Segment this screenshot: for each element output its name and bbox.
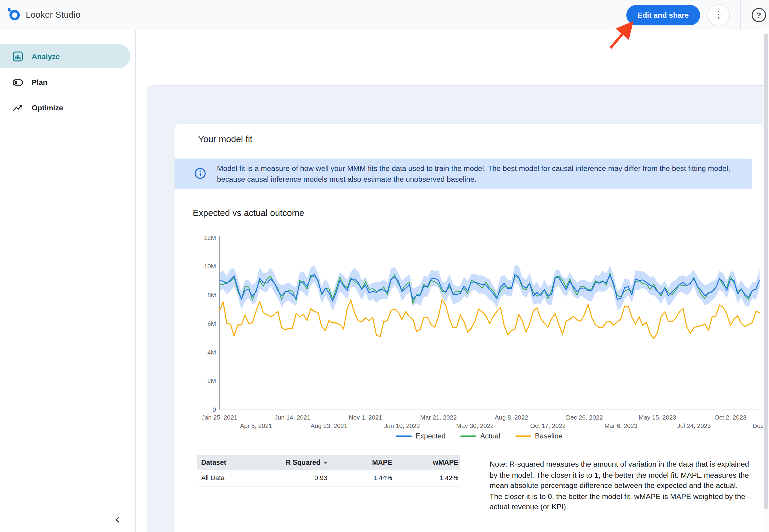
- help-button[interactable]: ?: [752, 8, 766, 22]
- sort-desc-icon: [323, 462, 327, 464]
- svg-text:12M: 12M: [204, 234, 216, 241]
- svg-text:10M: 10M: [204, 263, 216, 270]
- report-canvas: Your model fit Model fit is a measure of…: [147, 86, 763, 532]
- info-banner: Model fit is a measure of how well your …: [175, 159, 752, 189]
- svg-text:May 15, 2023: May 15, 2023: [639, 414, 676, 421]
- chart-section-title: Expected vs actual outcome: [193, 208, 304, 219]
- more-vert-icon: ⋮: [714, 9, 723, 20]
- chart-legend: ExpectedActualBaseline: [194, 432, 763, 440]
- sidebar-item-analyze[interactable]: Analyze: [0, 44, 130, 68]
- legend-label: Baseline: [535, 432, 563, 440]
- svg-text:Nov 1, 2021: Nov 1, 2021: [349, 414, 382, 421]
- collapse-sidebar-button[interactable]: [112, 513, 124, 526]
- svg-text:2M: 2M: [208, 377, 216, 384]
- svg-text:Jun 14, 2021: Jun 14, 2021: [275, 414, 310, 421]
- looker-studio-viewer: Looker Studio Edit and share ⋮ ? Analy: [0, 0, 769, 532]
- legend-item-expected[interactable]: Expected: [396, 432, 446, 440]
- table-row: All Data 0.93 1.44% 1.42%: [197, 470, 460, 486]
- trending-up-icon: [12, 102, 23, 113]
- legend-swatch-icon: [396, 435, 412, 437]
- expected-vs-actual-chart: 12M10M8M6M4M2M0Jan 25, 2021Apr 5, 2021Ju…: [194, 230, 763, 431]
- more-options-button[interactable]: ⋮: [708, 4, 730, 26]
- edit-and-share-button[interactable]: Edit and share: [626, 5, 700, 25]
- info-icon: [194, 167, 206, 179]
- info-banner-text: Model fit is a measure of how well your …: [217, 163, 741, 185]
- svg-text:Jan 10, 2022: Jan 10, 2022: [384, 422, 420, 429]
- cell-r-squared: 0.93: [279, 470, 329, 486]
- toggle-icon: [12, 76, 23, 87]
- sidebar-item-label: Plan: [32, 78, 47, 86]
- column-header-r-squared[interactable]: R Squared: [279, 455, 329, 470]
- sidebar-item-optimize[interactable]: Optimize: [0, 96, 130, 120]
- legend-item-baseline[interactable]: Baseline: [515, 432, 562, 440]
- top-bar: Looker Studio Edit and share ⋮ ?: [0, 0, 769, 30]
- cell-mape: 1.44%: [329, 470, 393, 486]
- sidebar-item-label: Analyze: [32, 52, 60, 60]
- legend-swatch-icon: [515, 435, 531, 437]
- cell-dataset: All Data: [197, 470, 279, 486]
- topbar-divider: [740, 0, 741, 30]
- svg-text:Oct 17, 2022: Oct 17, 2022: [530, 422, 566, 429]
- svg-text:May 30, 2022: May 30, 2022: [456, 422, 494, 429]
- svg-text:Dec: Dec: [753, 422, 763, 429]
- svg-text:Mar 6, 2023: Mar 6, 2023: [604, 422, 637, 429]
- svg-text:4M: 4M: [208, 349, 216, 356]
- sidebar-item-plan[interactable]: Plan: [0, 70, 130, 94]
- vertical-scrollbar: [763, 30, 769, 532]
- looker-studio-logo-icon: [7, 7, 21, 23]
- svg-text:Aug 23, 2021: Aug 23, 2021: [310, 422, 347, 429]
- svg-text:6M: 6M: [208, 320, 216, 327]
- legend-swatch-icon: [460, 435, 476, 437]
- line-chart-svg: 12M10M8M6M4M2M0Jan 25, 2021Apr 5, 2021Ju…: [194, 230, 763, 431]
- svg-text:Oct 2, 2023: Oct 2, 2023: [714, 414, 747, 421]
- legend-label: Expected: [416, 432, 446, 440]
- svg-text:Apr 5, 2021: Apr 5, 2021: [240, 422, 272, 429]
- topbar-actions: Edit and share ⋮ ?: [626, 0, 769, 30]
- nav-menu: Analyze Plan Optimize: [0, 30, 135, 120]
- left-sidebar: Analyze Plan Optimize: [0, 30, 136, 532]
- svg-text:Aug 8, 2022: Aug 8, 2022: [495, 414, 528, 421]
- column-header-dataset[interactable]: Dataset: [197, 455, 279, 470]
- app-title: Looker Studio: [26, 10, 81, 20]
- svg-text:Jul 24, 2023: Jul 24, 2023: [677, 422, 711, 429]
- legend-label: Actual: [480, 432, 500, 440]
- chevron-left-icon: [115, 516, 121, 523]
- svg-text:Jan 25, 2021: Jan 25, 2021: [202, 414, 237, 421]
- legend-item-actual[interactable]: Actual: [460, 432, 500, 440]
- header-divider: [153, 85, 763, 86]
- model-fit-card: Your model fit Model fit is a measure of…: [175, 124, 763, 532]
- analyze-chart-icon: [12, 51, 23, 61]
- card-title: Your model fit: [198, 134, 253, 145]
- svg-text:Mar 21, 2022: Mar 21, 2022: [420, 414, 457, 421]
- sidebar-item-label: Optimize: [32, 103, 63, 112]
- cell-wmape: 1.42%: [394, 470, 460, 486]
- svg-text:Dec 26, 2022: Dec 26, 2022: [566, 414, 603, 421]
- svg-text:8M: 8M: [208, 291, 216, 298]
- table-header-row: Dataset R Squared MAPE wMAPE: [197, 455, 460, 470]
- model-fit-table: Dataset R Squared MAPE wMAPE All Data 0.…: [197, 455, 460, 487]
- scrollbar-thumb[interactable]: [764, 34, 768, 509]
- brand: Looker Studio: [7, 0, 80, 30]
- column-header-wmape[interactable]: wMAPE: [394, 455, 460, 470]
- column-header-mape[interactable]: MAPE: [329, 455, 393, 470]
- model-fit-note: Note: R-squared measures the amount of v…: [489, 459, 749, 512]
- svg-text:0: 0: [213, 406, 216, 413]
- help-icon: ?: [757, 11, 761, 19]
